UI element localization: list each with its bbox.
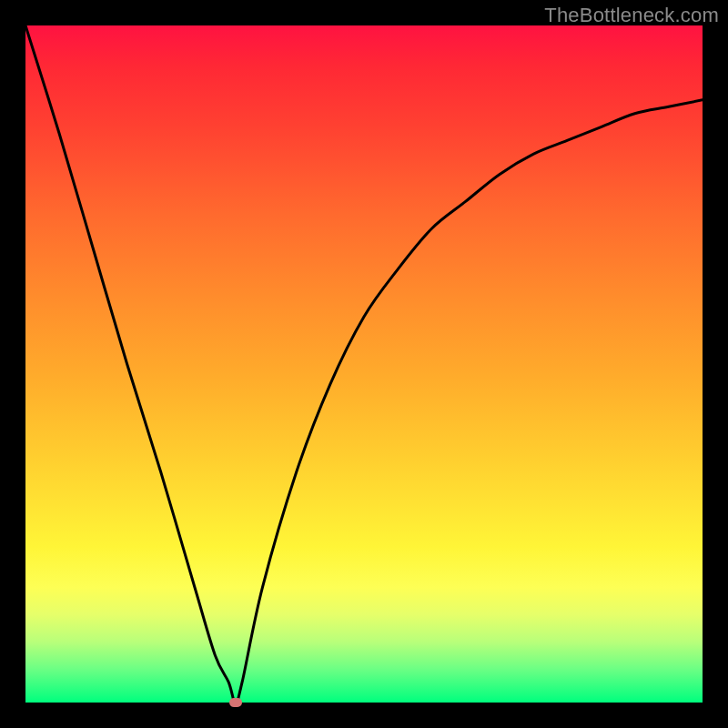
chart-container: TheBottleneck.com bbox=[0, 0, 728, 728]
curve-line bbox=[25, 25, 703, 703]
watermark: TheBottleneck.com bbox=[544, 4, 719, 27]
plot-area bbox=[25, 25, 703, 703]
curve-svg bbox=[25, 25, 703, 703]
minimum-marker bbox=[229, 698, 242, 707]
